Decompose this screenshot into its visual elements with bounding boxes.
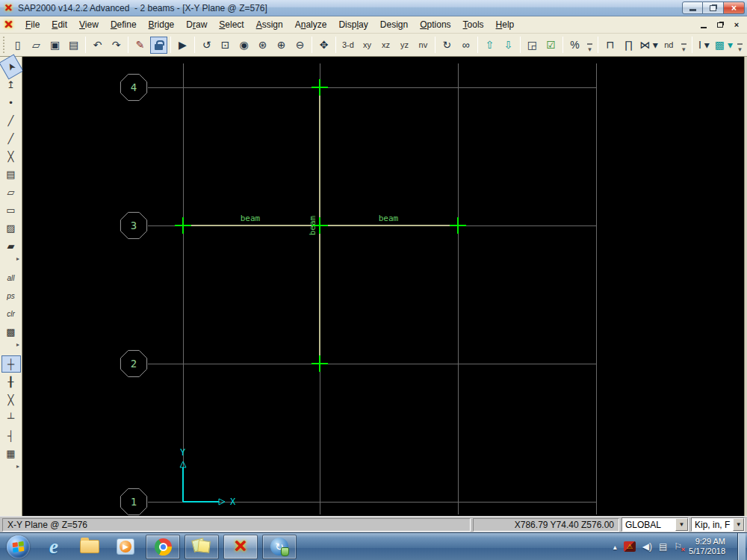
draw-poly-area-icon[interactable]: ▱	[1, 184, 21, 201]
quick-draw-secondary-beams-icon[interactable]: ▤	[1, 166, 21, 183]
start-button[interactable]	[7, 535, 30, 559]
menu-options[interactable]: Options	[414, 17, 456, 32]
snap-to-grid-icon[interactable]: ▦	[1, 445, 21, 462]
named-view-button[interactable]: nv	[415, 37, 432, 54]
quick-draw-braces-icon[interactable]: ╳	[1, 148, 21, 165]
invert-selection-icon[interactable]: ▩	[1, 323, 21, 340]
close-button[interactable]: ×	[724, 1, 745, 14]
menu-view[interactable]: View	[73, 17, 105, 32]
taskbar-sap2000-icon[interactable]: ✕	[223, 535, 258, 559]
toolbar-overflow-icon[interactable]: ▾	[736, 37, 744, 53]
toolbar-overflow-icon[interactable]: ▾	[680, 37, 688, 53]
rubber-band-zoom-icon[interactable]: ⊡	[217, 37, 234, 54]
taskbar-sticky-notes-icon[interactable]	[185, 535, 219, 559]
clear-selection-button[interactable]: clr	[1, 305, 21, 323]
menu-edit[interactable]: Edit	[46, 17, 73, 32]
print-icon[interactable]: ▤	[65, 37, 82, 54]
undo-icon[interactable]: ↶	[89, 37, 106, 54]
draw-rectangular-area-icon[interactable]: ▭	[1, 202, 21, 219]
menu-display[interactable]: Display	[332, 17, 374, 32]
shrink-objects-icon[interactable]: ◲	[524, 37, 541, 54]
menu-analyze[interactable]: Analyze	[289, 17, 333, 32]
taskbar-ie-icon[interactable]: e	[38, 535, 69, 559]
toolbar-overflow-icon[interactable]: ▾	[586, 37, 594, 53]
coordinate-system-select[interactable]: GLOBAL ▼	[622, 517, 689, 532]
rotate-view-icon[interactable]: ↻	[438, 37, 456, 54]
draw-solid-icon[interactable]: ▰	[1, 237, 21, 255]
perspective-toggle-icon[interactable]: ∞	[457, 37, 474, 54]
move-down-in-list-icon[interactable]: ⇩	[500, 37, 517, 54]
menu-assign[interactable]: Assign	[250, 17, 289, 32]
menu-tools[interactable]: Tools	[457, 17, 490, 32]
toolbar-grip[interactable]	[3, 37, 7, 53]
menu-select[interactable]: Select	[213, 17, 249, 32]
tray-network-icon[interactable]: ▤	[659, 541, 667, 552]
restore-button[interactable]	[703, 1, 724, 14]
mdi-restore-button[interactable]	[716, 20, 725, 29]
snap-to-intersections-icon[interactable]: ╳	[1, 391, 21, 408]
save-icon[interactable]: ▣	[46, 37, 63, 54]
quick-draw-frame-element-icon[interactable]: ╱	[1, 130, 21, 147]
draw-frame-icon[interactable]: ⊓	[601, 37, 619, 54]
redo-icon[interactable]: ↷	[108, 37, 125, 54]
area-section-icon[interactable]: ▩ ▾	[714, 37, 734, 54]
quick-draw-area-icon[interactable]: ▨	[1, 220, 21, 237]
move-up-in-list-icon[interactable]: ⇧	[481, 37, 498, 54]
menu-file[interactable]: File	[19, 17, 46, 32]
assign-to-group-icon[interactable]: %	[566, 37, 583, 54]
refresh-window-icon[interactable]: ✎	[131, 37, 149, 54]
model-canvas[interactable]: 4321beambeambeamXY	[22, 57, 744, 516]
restore-previous-zoom-icon[interactable]: ↺	[198, 37, 215, 54]
tray-volume-icon[interactable]: ◀)	[642, 541, 652, 552]
taskbar-updater-icon[interactable]: ↻	[262, 535, 297, 559]
open-file-icon[interactable]: ▱	[28, 37, 45, 54]
palette-expand-icon[interactable]: ▸	[16, 463, 19, 470]
tray-show-hidden-icon[interactable]: ▴	[613, 543, 617, 551]
quick-draw-frame-icon[interactable]: ∏	[620, 37, 637, 54]
reshape-object-icon[interactable]: ↥	[1, 76, 21, 93]
pan-icon[interactable]: ✥	[315, 37, 332, 54]
previous-zoom-icon[interactable]: ⊛	[254, 37, 271, 54]
restore-full-view-icon[interactable]: ◉	[235, 37, 252, 54]
draw-special-joint-icon[interactable]: •	[1, 94, 21, 111]
previous-selection-button[interactable]: ps	[1, 287, 21, 305]
palette-expand-icon[interactable]: ▸	[16, 255, 19, 263]
palette-expand-icon[interactable]: ▸	[16, 341, 19, 349]
view-xy-button[interactable]: xy	[359, 37, 376, 54]
view-3d-button[interactable]: 3-d	[339, 37, 357, 54]
tray-antivirus-icon[interactable]: ⚠	[624, 541, 636, 552]
view-xz-button[interactable]: xz	[377, 37, 394, 54]
run-analysis-icon[interactable]: ▶	[174, 37, 191, 54]
zoom-in-icon[interactable]: ⊕	[273, 37, 290, 54]
taskbar-chrome-icon[interactable]	[146, 535, 180, 559]
show-desktop-button[interactable]	[737, 533, 746, 560]
mdi-close-button[interactable]: ×	[732, 20, 741, 29]
model-view[interactable]: 4321beambeambeamXY	[22, 57, 744, 516]
view-yz-button[interactable]: yz	[396, 37, 413, 54]
tray-action-center-icon[interactable]: ⚐×	[674, 541, 682, 552]
chevron-down-icon[interactable]: ▼	[733, 518, 744, 531]
zoom-out-icon[interactable]: ⊖	[291, 37, 309, 54]
draw-frame-element-icon[interactable]: ╱	[1, 112, 21, 129]
display-options-icon[interactable]: ☑	[542, 37, 560, 54]
snap-to-joints-icon[interactable]: ┼	[1, 355, 21, 373]
menu-draw[interactable]: Draw	[180, 17, 213, 32]
select-all-button[interactable]: all	[1, 270, 21, 287]
lock-model-icon[interactable]	[150, 37, 167, 54]
snap-to-midpoints-icon[interactable]: ╂	[1, 373, 21, 391]
menu-bridge[interactable]: Bridge	[143, 17, 181, 32]
snap-to-perpendicular-icon[interactable]: ┴	[1, 409, 21, 426]
taskbar-media-player-icon[interactable]: ▶	[110, 535, 141, 559]
frame-section-icon[interactable]: I ▾	[695, 37, 713, 54]
menu-help[interactable]: Help	[490, 17, 521, 32]
mdi-minimize-button[interactable]	[699, 20, 708, 29]
taskbar-clock[interactable]: 9:29 AM 5/17/2018	[689, 537, 725, 556]
snap-to-lines-icon[interactable]: ┤	[1, 427, 21, 444]
end-offsets-button[interactable]: nd	[660, 37, 678, 54]
units-select[interactable]: Kip, in, F ▼	[691, 517, 745, 532]
chevron-down-icon[interactable]: ▼	[675, 518, 688, 531]
menu-define[interactable]: Define	[105, 17, 143, 32]
menu-design[interactable]: Design	[374, 17, 414, 32]
new-model-icon[interactable]: ▯	[9, 37, 26, 54]
minimize-button[interactable]	[682, 1, 703, 14]
